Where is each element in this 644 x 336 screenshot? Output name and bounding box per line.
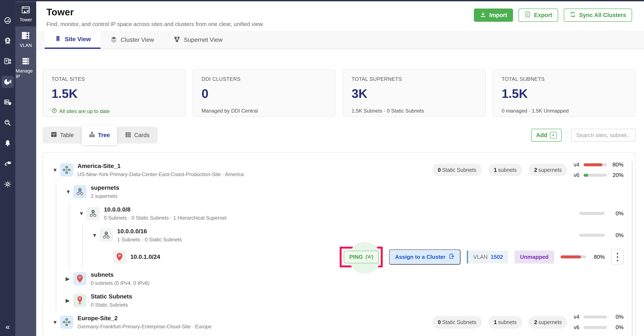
list-toolbar: Table Tree Cards Add ▼ xyxy=(36,117,644,144)
stat-footer: All sites are up to date xyxy=(52,108,176,115)
tree-row-supernets-group-europe[interactable]: supernets xyxy=(43,334,635,336)
sidebar-item-connectors[interactable] xyxy=(0,154,15,174)
row-menu-kebab-button[interactable] xyxy=(611,249,624,265)
sites-tree-panel: ▼ America-Site_1 US-New-York-Primary-Dat… xyxy=(42,152,636,336)
static-subnets-badge: 0Static Subnets xyxy=(432,316,482,328)
stat-card-ddi-clusters: DDI CLUSTERS 0 Managed by DDI Central xyxy=(193,69,336,117)
stats-cards: TOTAL SITES 1.5K All sites are up to dat… xyxy=(36,49,644,117)
ip-pin-anchor-icon: IP xyxy=(73,294,86,307)
usage-meters: v40% v60% xyxy=(574,314,624,331)
import-label: Import xyxy=(489,12,507,19)
collapse-sidebar-button[interactable]: « xyxy=(0,323,15,331)
tree-row-supernet-10-0-0-0-16[interactable]: ▼ 10.0.0.0/16 1 Subnets · 0 Static Subne… xyxy=(43,225,635,245)
search-input[interactable] xyxy=(571,129,636,142)
table-icon xyxy=(51,131,57,139)
group-title: subnets xyxy=(91,271,150,278)
supernet-icon xyxy=(86,207,100,220)
v6-usage-bar xyxy=(584,174,607,177)
stat-label: TOTAL SITES xyxy=(52,76,176,82)
ping-button[interactable]: PING ('A') xyxy=(344,251,379,263)
sidebar-item-alerts[interactable] xyxy=(0,133,15,154)
tree-icon xyxy=(89,131,95,139)
view-mode-cards[interactable]: Cards xyxy=(118,131,156,139)
sidebar-item-settings[interactable] xyxy=(0,174,15,194)
cards-icon xyxy=(125,131,131,139)
tree-row-site-america[interactable]: ▼ America-Site_1 US-New-York-Primary-Dat… xyxy=(43,160,635,180)
usage-bar xyxy=(579,234,605,237)
tab-site-view[interactable]: Site View xyxy=(45,31,100,49)
site-subtitle: Germany-Frankfurt-Primary-Enterprise-Clo… xyxy=(78,324,212,329)
expand-caret-icon[interactable]: ▶ xyxy=(66,276,73,282)
collapse-caret-icon[interactable]: ▼ xyxy=(79,210,86,217)
site-subtitle: US-New-York-Primary-Data-Center-East-Coa… xyxy=(78,171,244,177)
svg-text:!: ! xyxy=(10,102,10,105)
sync-label: Sync All Clusters xyxy=(579,12,626,19)
dns-globe-icon: DNS xyxy=(2,35,14,47)
v4-usage-bar xyxy=(584,315,607,318)
stat-footer: 0 managed · 1.5K Unmapped xyxy=(502,108,627,114)
svg-text:x: x xyxy=(527,13,528,16)
view-mode-table[interactable]: Table xyxy=(44,131,80,139)
sidebar-item-manage-ip[interactable]: Manage IP xyxy=(15,53,36,83)
stat-card-total-supernets: TOTAL SUPERNETS 3K 1.5K Subnets · 0 Stat… xyxy=(343,69,486,117)
usage-bar xyxy=(579,212,605,215)
alerts-bell-icon xyxy=(2,137,14,149)
view-tabs: Site View Cluster View Supernet View xyxy=(36,31,644,49)
tree-row-supernet-10-0-0-0-8[interactable]: ▼ 10.0.0.0/8 0 Subnets · 0 Static Subnet… xyxy=(43,203,635,224)
tree-row-subnet-10-0-1-0-24[interactable]: IP 10.0.1.0/24 PING ('A') Assign to a Cl… xyxy=(43,247,635,267)
assign-to-cluster-button[interactable]: Assign to a Cluster xyxy=(389,249,460,265)
group-subtitle: 2 supernets xyxy=(91,193,119,199)
sync-all-clusters-button[interactable]: Sync All Clusters xyxy=(564,9,632,22)
import-button[interactable]: Import xyxy=(474,9,513,22)
usage-bar xyxy=(560,255,586,258)
subnets-badge: 1subnets xyxy=(488,164,522,176)
tab-label: Cluster View xyxy=(120,37,154,43)
collapse-caret-icon[interactable]: ▼ xyxy=(52,319,60,325)
collapse-caret-icon[interactable]: ▼ xyxy=(66,189,73,195)
collapse-caret-icon[interactable]: ▼ xyxy=(52,167,60,173)
add-button[interactable]: Add ▼ xyxy=(531,129,562,142)
site-network-icon xyxy=(60,163,73,177)
export-button[interactable]: x Export xyxy=(518,9,558,22)
site-title: America-Site_1 xyxy=(78,163,244,169)
tree-row-static-subnets-group[interactable]: ▶ IP Static Subnets 0 Static Subnets xyxy=(43,290,635,311)
file-export-icon: x xyxy=(524,11,531,19)
download-icon xyxy=(480,11,486,19)
ping-signal-icon: ('A') xyxy=(366,254,373,260)
supernet-icon xyxy=(100,229,113,242)
group-title: Static Subnets xyxy=(91,293,132,300)
view-mode-tree[interactable]: Tree xyxy=(82,125,117,145)
settings-gear-wrench-icon xyxy=(2,178,14,190)
connectors-plug-icon xyxy=(2,158,14,170)
sidebar-item-reports-active[interactable] xyxy=(0,72,15,92)
sidebar-item-dhcp[interactable] xyxy=(0,51,15,72)
sidebar-item-dns[interactable]: DNS xyxy=(0,31,15,51)
tree-row-subnets-group[interactable]: ▶ IP subnets 0 subnets (0 IPv4, 0 IPv6) xyxy=(43,268,635,289)
ping-highlight-box: PING ('A') xyxy=(340,247,383,267)
tree-row-supernets-group[interactable]: ▼ supernets 2 supernets xyxy=(43,181,635,202)
usage-meters: v480% v620% xyxy=(574,161,624,178)
assign-file-arrow-icon xyxy=(448,253,454,261)
tab-cluster-view[interactable]: Cluster View xyxy=(100,31,164,49)
usage-meter: 0% xyxy=(579,210,624,217)
network-discovery-icon xyxy=(2,117,14,129)
tree-row-site-europe[interactable]: ▼ Europe-Site_2 Germany-Frankfurt-Primar… xyxy=(43,312,635,332)
static-subnets-badge: 0Static Subnets xyxy=(432,164,482,176)
sidebar-item-label: Tower xyxy=(20,17,32,23)
sidebar-item-dashboard[interactable] xyxy=(0,10,15,31)
sidebar-item-label: Manage IP xyxy=(16,68,36,79)
building-icon xyxy=(54,35,61,44)
stat-footer: 1.5K Subnets · 0 Static Subnets xyxy=(352,108,476,114)
subnets-badge: 1subnets xyxy=(488,316,522,328)
tab-supernet-view[interactable]: Supernet View xyxy=(164,31,232,49)
sidebar-item-discovery[interactable] xyxy=(0,113,15,133)
supernets-badge: 2supernets xyxy=(528,316,567,328)
sidebar-item-label: VLAN xyxy=(20,43,32,48)
collapse-caret-icon[interactable]: ▼ xyxy=(92,232,100,238)
sidebar-item-tower[interactable]: Tower xyxy=(14,2,36,27)
expand-caret-icon[interactable]: ▶ xyxy=(66,297,73,303)
sidebar-item-audit[interactable]: ! xyxy=(0,92,15,113)
usage-meter: 0% xyxy=(579,232,624,239)
sidebar-item-vlan[interactable]: VLAN xyxy=(15,28,36,52)
v6-usage-bar xyxy=(584,326,607,329)
